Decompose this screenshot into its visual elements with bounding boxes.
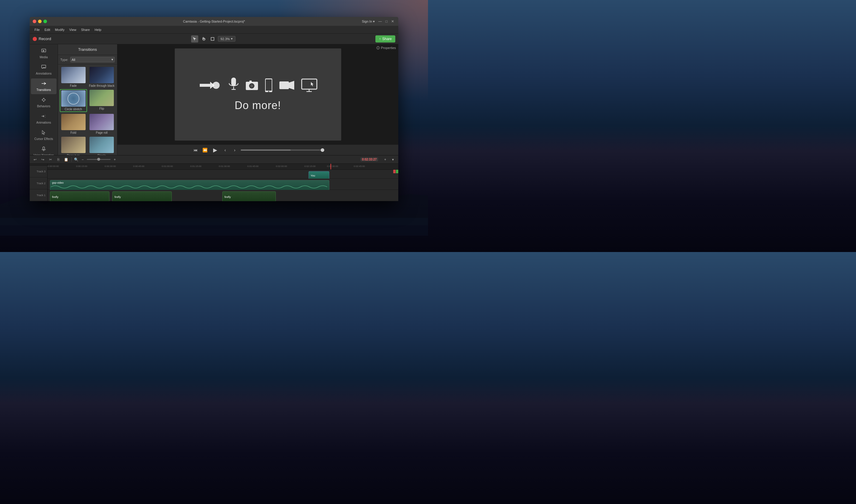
clip-firefly-2[interactable]: firefly <box>112 192 172 201</box>
sidebar-label-transitions: Transitions <box>37 88 51 92</box>
app-window: Camtasia - Getting-Started-Project.tscpr… <box>30 17 398 201</box>
timeline-tracks: Track 3 Track 2 Track 1 0:00:00:00 0:00:… <box>30 164 398 201</box>
add-track-button[interactable]: + <box>382 157 388 163</box>
track-options-button[interactable]: ▾ <box>390 157 396 163</box>
transition-item-ripple[interactable]: Ripple <box>88 136 115 155</box>
transition-item-fade-through-black[interactable]: Fade through black <box>88 66 115 88</box>
progress-thumb[interactable] <box>321 148 324 152</box>
sidebar-label-media: Media <box>39 56 48 59</box>
minimize-button[interactable] <box>38 20 41 23</box>
time-marker-7: 0:01:45:00 <box>247 165 258 168</box>
sidebar-item-animations[interactable]: Animations <box>31 111 56 127</box>
preview-icons-row <box>198 77 317 93</box>
progress-fill <box>241 149 291 151</box>
sidebar-item-media[interactable]: Media <box>31 46 56 61</box>
zoom-slider: 🔍 − + <box>74 157 118 163</box>
preview-icon-arrow <box>198 79 222 91</box>
sidebar-item-behaviors[interactable]: Behaviors <box>31 95 56 111</box>
transition-item-fold[interactable]: Fold <box>60 113 87 135</box>
os-maximize[interactable]: □ <box>384 19 389 23</box>
skip-forward-button[interactable]: › <box>231 146 238 154</box>
sidebar-item-annotations[interactable]: Annotations <box>31 62 56 78</box>
share-button[interactable]: ↑ Share <box>375 35 395 42</box>
sidebar-item-cursor-effects[interactable]: Cursor Effects <box>31 127 56 143</box>
panel-title: Transitions <box>78 47 97 52</box>
copy-button[interactable]: ⎘ <box>55 157 61 163</box>
transition-name-flip: Flip <box>99 107 104 110</box>
record-button[interactable]: Record <box>33 37 51 41</box>
menu-help[interactable]: Help <box>92 27 104 32</box>
zoom-out-button[interactable]: − <box>79 157 86 163</box>
transition-item-page-roll[interactable]: Page roll <box>88 113 115 135</box>
filter-bar: Type: All ▾ <box>58 55 117 65</box>
play-button[interactable]: ▶ <box>211 146 219 154</box>
track-row-3[interactable]: You <box>48 170 398 179</box>
zoom-out-icon[interactable]: 🔍 <box>74 158 78 162</box>
tool-hand[interactable] <box>200 35 207 42</box>
toolbar-right: ↑ Share <box>375 35 395 42</box>
media-icon <box>41 48 46 55</box>
type-filter-select[interactable]: All ▾ <box>70 57 115 62</box>
step-back-button[interactable]: ⏪ <box>201 146 209 154</box>
properties-button[interactable]: Properties <box>376 46 396 50</box>
preview-icon-camera <box>245 79 258 91</box>
step-forward-button[interactable]: ‹ <box>222 146 229 154</box>
transition-name-circle-stretch: Circle stretch <box>65 108 82 111</box>
zoom-dropdown-icon: ▾ <box>231 37 233 41</box>
time-marker-2: 0:00:30:00 <box>105 165 116 168</box>
clip-firefly-3[interactable]: firefly <box>222 192 276 201</box>
redo-button[interactable]: ↪ <box>40 157 46 163</box>
menu-share[interactable]: Share <box>79 27 92 32</box>
transition-item-flip[interactable]: Flip <box>88 89 115 112</box>
undo-button[interactable]: ↩ <box>32 157 38 163</box>
toolbar-center: 92.3% ▾ <box>191 35 235 42</box>
os-minimize[interactable]: — <box>377 19 383 23</box>
svg-rect-15 <box>249 80 252 82</box>
svg-point-26 <box>378 47 378 47</box>
os-close[interactable]: ✕ <box>390 19 395 23</box>
record-label: Record <box>39 37 51 41</box>
paste-button[interactable]: 📋 <box>63 157 69 163</box>
sidebar: Media Annotations Transitions Behaviors <box>30 44 58 155</box>
menu-modify[interactable]: Modify <box>53 27 67 32</box>
audio-waveform <box>50 183 329 191</box>
preview-icon-phone <box>265 78 273 93</box>
zoom-value: 92.3% <box>220 37 230 41</box>
track-row-2[interactable]: gsp-video <box>48 179 398 190</box>
tool-arrow[interactable] <box>191 35 198 42</box>
clip-firefly-1[interactable]: firefly <box>50 192 109 201</box>
zoom-display[interactable]: 92.3% ▾ <box>218 36 235 41</box>
window-title: Camtasia - Getting-Started-Project.tscpr… <box>183 20 245 23</box>
time-marker-5: 0:01:15:00 <box>190 165 201 168</box>
cut-button[interactable]: ✂ <box>48 157 54 163</box>
track-row-1[interactable]: firefly firefly firefly <box>48 190 398 201</box>
skip-back-button[interactable]: ⏮ <box>192 146 199 154</box>
transition-thumb-page-roll <box>89 114 114 130</box>
menu-file[interactable]: File <box>32 27 42 32</box>
zoom-in-button[interactable]: + <box>112 157 118 163</box>
track3-markers <box>393 170 398 173</box>
transition-thumb-circle-stretch <box>61 90 86 107</box>
time-marker-1: 0:00:15:00 <box>76 165 87 168</box>
transition-item-page-turn[interactable]: Page turn <box>60 136 87 155</box>
svg-marker-8 <box>200 82 215 89</box>
sidebar-item-transitions[interactable]: Transitions <box>31 78 56 94</box>
transition-thumb-flip <box>89 90 114 106</box>
menu-edit[interactable]: Edit <box>42 27 53 32</box>
time-marker-10: 0:02:30:00 <box>327 165 338 168</box>
sign-in-button[interactable]: Sign In ▾ <box>362 20 375 23</box>
menu-view[interactable]: View <box>67 27 79 32</box>
properties-label: Properties <box>381 46 396 50</box>
close-button[interactable] <box>33 20 36 23</box>
transition-item-circle-stretch[interactable]: Circle stretch <box>60 89 87 112</box>
svg-rect-21 <box>302 79 317 89</box>
tool-crop[interactable] <box>209 35 216 42</box>
zoom-track[interactable] <box>87 159 111 160</box>
transition-item-fade[interactable]: Fade <box>60 66 87 88</box>
svg-rect-19 <box>279 82 289 89</box>
maximize-button[interactable] <box>43 20 47 23</box>
zoom-knob[interactable] <box>97 158 100 161</box>
track-content: 0:00:00:00 0:00:15:00 0:00:30:00 0:00:45… <box>48 164 398 201</box>
playback-progress[interactable] <box>241 149 324 151</box>
main-content: Media Annotations Transitions Behaviors <box>30 44 398 155</box>
